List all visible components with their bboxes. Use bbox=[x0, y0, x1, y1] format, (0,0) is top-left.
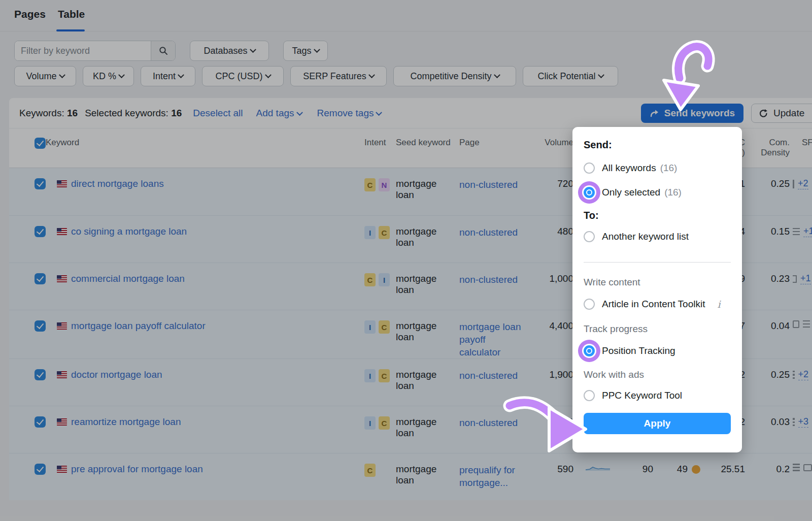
send-keywords-popup: Send: All keywords (16) Only selected (1… bbox=[572, 127, 742, 452]
radio-article-content-toolkit[interactable]: Article in Content Toolkit i bbox=[584, 298, 731, 310]
radio-icon[interactable] bbox=[584, 390, 595, 401]
radio-only-selected[interactable]: Only selected (16) bbox=[584, 186, 731, 199]
radio-another-keyword-list[interactable]: Another keyword list bbox=[584, 231, 731, 243]
info-icon[interactable]: i bbox=[717, 299, 720, 310]
popup-divider bbox=[584, 262, 731, 263]
radio-icon[interactable] bbox=[584, 162, 595, 174]
annotation-highlight-circle bbox=[578, 181, 600, 204]
radio-ppc-keyword-tool[interactable]: PPC Keyword Tool bbox=[584, 389, 731, 402]
radio-icon[interactable] bbox=[584, 231, 595, 242]
radio-all-keywords[interactable]: All keywords (16) bbox=[584, 162, 731, 174]
radio-icon-selected[interactable] bbox=[584, 187, 595, 198]
annotation-highlight-circle bbox=[578, 340, 600, 362]
radio-icon[interactable] bbox=[584, 299, 595, 310]
write-content-label: Write content bbox=[584, 277, 731, 288]
apply-button[interactable]: Apply bbox=[584, 413, 731, 434]
to-section-title: To: bbox=[584, 210, 731, 221]
track-progress-label: Track progress bbox=[584, 323, 731, 335]
radio-position-tracking[interactable]: Position Tracking bbox=[584, 345, 731, 357]
send-section-title: Send: bbox=[584, 139, 731, 151]
work-with-ads-label: Work with ads bbox=[584, 369, 731, 380]
radio-icon-selected[interactable] bbox=[584, 345, 595, 356]
